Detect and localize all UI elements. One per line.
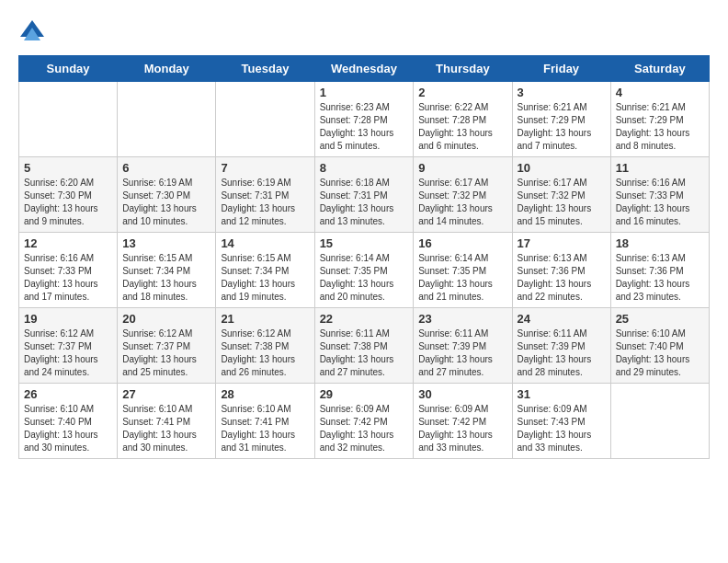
page-header xyxy=(18,18,710,46)
calendar-cell: 29Sunrise: 6:09 AMSunset: 7:42 PMDayligh… xyxy=(314,384,414,459)
calendar-cell: 7Sunrise: 6:19 AMSunset: 7:31 PMDaylight… xyxy=(216,157,314,233)
calendar-cell: 6Sunrise: 6:19 AMSunset: 7:30 PMDaylight… xyxy=(118,157,216,233)
day-info: Sunrise: 6:16 AMSunset: 7:33 PMDaylight:… xyxy=(616,177,704,228)
day-number: 12 xyxy=(24,236,112,250)
weekday-header: Sunday xyxy=(19,56,118,82)
day-number: 6 xyxy=(122,161,210,175)
calendar-cell: 18Sunrise: 6:13 AMSunset: 7:36 PMDayligh… xyxy=(610,233,709,308)
day-info: Sunrise: 6:11 AMSunset: 7:39 PMDaylight:… xyxy=(418,327,506,379)
calendar-cell: 28Sunrise: 6:10 AMSunset: 7:41 PMDayligh… xyxy=(216,384,314,459)
day-number: 1 xyxy=(320,86,409,99)
day-info: Sunrise: 6:11 AMSunset: 7:39 PMDaylight:… xyxy=(518,327,606,379)
day-info: Sunrise: 6:19 AMSunset: 7:30 PMDaylight:… xyxy=(122,177,210,228)
day-info: Sunrise: 6:19 AMSunset: 7:31 PMDaylight:… xyxy=(221,177,309,228)
day-info: Sunrise: 6:23 AMSunset: 7:28 PMDaylight:… xyxy=(320,101,409,153)
day-info: Sunrise: 6:15 AMSunset: 7:34 PMDaylight:… xyxy=(221,252,309,304)
calendar-cell: 3Sunrise: 6:21 AMSunset: 7:29 PMDaylight… xyxy=(512,82,610,157)
day-number: 29 xyxy=(320,387,409,401)
day-info: Sunrise: 6:17 AMSunset: 7:32 PMDaylight:… xyxy=(518,177,606,228)
calendar-cell: 13Sunrise: 6:15 AMSunset: 7:34 PMDayligh… xyxy=(118,233,216,308)
calendar-cell: 8Sunrise: 6:18 AMSunset: 7:31 PMDaylight… xyxy=(314,157,414,233)
calendar-cell: 30Sunrise: 6:09 AMSunset: 7:42 PMDayligh… xyxy=(414,384,512,459)
day-info: Sunrise: 6:18 AMSunset: 7:31 PMDaylight:… xyxy=(320,177,409,228)
day-number: 10 xyxy=(518,161,606,175)
day-info: Sunrise: 6:20 AMSunset: 7:30 PMDaylight:… xyxy=(24,177,112,228)
calendar-cell: 15Sunrise: 6:14 AMSunset: 7:35 PMDayligh… xyxy=(314,233,414,308)
calendar-cell: 9Sunrise: 6:17 AMSunset: 7:32 PMDaylight… xyxy=(414,157,512,233)
day-info: Sunrise: 6:13 AMSunset: 7:36 PMDaylight:… xyxy=(616,252,704,304)
logo-icon xyxy=(18,18,46,46)
calendar-cell: 25Sunrise: 6:10 AMSunset: 7:40 PMDayligh… xyxy=(610,308,709,384)
day-info: Sunrise: 6:14 AMSunset: 7:35 PMDaylight:… xyxy=(418,252,506,304)
day-info: Sunrise: 6:10 AMSunset: 7:41 PMDaylight:… xyxy=(122,403,210,454)
calendar-week: 5Sunrise: 6:20 AMSunset: 7:30 PMDaylight… xyxy=(19,157,710,233)
calendar-cell: 23Sunrise: 6:11 AMSunset: 7:39 PMDayligh… xyxy=(414,308,512,384)
day-number: 11 xyxy=(616,161,704,175)
day-number: 23 xyxy=(418,312,506,326)
day-number: 16 xyxy=(418,236,506,250)
day-info: Sunrise: 6:10 AMSunset: 7:40 PMDaylight:… xyxy=(24,403,112,454)
day-number: 15 xyxy=(320,236,409,250)
calendar-cell: 31Sunrise: 6:09 AMSunset: 7:43 PMDayligh… xyxy=(512,384,610,459)
day-number: 19 xyxy=(24,312,112,326)
weekday-header: Tuesday xyxy=(216,56,314,82)
weekday-header: Thursday xyxy=(414,56,512,82)
calendar-cell: 27Sunrise: 6:10 AMSunset: 7:41 PMDayligh… xyxy=(118,384,216,459)
calendar-cell: 5Sunrise: 6:20 AMSunset: 7:30 PMDaylight… xyxy=(19,157,118,233)
day-info: Sunrise: 6:09 AMSunset: 7:42 PMDaylight:… xyxy=(320,403,409,454)
day-info: Sunrise: 6:12 AMSunset: 7:38 PMDaylight:… xyxy=(221,327,309,379)
day-number: 14 xyxy=(221,236,309,250)
day-number: 17 xyxy=(518,236,606,250)
calendar-cell: 22Sunrise: 6:11 AMSunset: 7:38 PMDayligh… xyxy=(314,308,414,384)
day-info: Sunrise: 6:10 AMSunset: 7:40 PMDaylight:… xyxy=(616,327,704,379)
day-number: 30 xyxy=(418,387,506,401)
calendar-week: 26Sunrise: 6:10 AMSunset: 7:40 PMDayligh… xyxy=(19,384,710,459)
calendar-cell xyxy=(19,82,118,157)
day-info: Sunrise: 6:12 AMSunset: 7:37 PMDaylight:… xyxy=(24,327,112,379)
day-number: 22 xyxy=(320,312,409,326)
day-number: 9 xyxy=(418,161,506,175)
day-info: Sunrise: 6:22 AMSunset: 7:28 PMDaylight:… xyxy=(418,101,506,153)
calendar-cell: 14Sunrise: 6:15 AMSunset: 7:34 PMDayligh… xyxy=(216,233,314,308)
day-number: 8 xyxy=(320,161,409,175)
day-number: 5 xyxy=(24,161,112,175)
weekday-header: Saturday xyxy=(610,56,709,82)
weekday-header: Wednesday xyxy=(314,56,414,82)
day-number: 27 xyxy=(122,387,210,401)
day-info: Sunrise: 6:09 AMSunset: 7:43 PMDaylight:… xyxy=(518,403,606,454)
calendar-cell: 10Sunrise: 6:17 AMSunset: 7:32 PMDayligh… xyxy=(512,157,610,233)
day-number: 4 xyxy=(616,86,704,99)
day-number: 26 xyxy=(24,387,112,401)
day-number: 28 xyxy=(221,387,309,401)
calendar-cell xyxy=(216,82,314,157)
calendar-cell: 12Sunrise: 6:16 AMSunset: 7:33 PMDayligh… xyxy=(19,233,118,308)
day-info: Sunrise: 6:21 AMSunset: 7:29 PMDaylight:… xyxy=(616,101,704,153)
calendar-cell: 21Sunrise: 6:12 AMSunset: 7:38 PMDayligh… xyxy=(216,308,314,384)
day-info: Sunrise: 6:12 AMSunset: 7:37 PMDaylight:… xyxy=(122,327,210,379)
calendar-cell: 11Sunrise: 6:16 AMSunset: 7:33 PMDayligh… xyxy=(610,157,709,233)
day-info: Sunrise: 6:16 AMSunset: 7:33 PMDaylight:… xyxy=(24,252,112,304)
weekday-header: Monday xyxy=(118,56,216,82)
calendar-cell: 19Sunrise: 6:12 AMSunset: 7:37 PMDayligh… xyxy=(19,308,118,384)
day-number: 20 xyxy=(122,312,210,326)
logo xyxy=(18,18,50,46)
calendar-week: 1Sunrise: 6:23 AMSunset: 7:28 PMDaylight… xyxy=(19,82,710,157)
day-number: 31 xyxy=(518,387,606,401)
day-info: Sunrise: 6:14 AMSunset: 7:35 PMDaylight:… xyxy=(320,252,409,304)
weekday-header: Friday xyxy=(512,56,610,82)
day-info: Sunrise: 6:21 AMSunset: 7:29 PMDaylight:… xyxy=(518,101,606,153)
day-info: Sunrise: 6:09 AMSunset: 7:42 PMDaylight:… xyxy=(418,403,506,454)
calendar-cell: 16Sunrise: 6:14 AMSunset: 7:35 PMDayligh… xyxy=(414,233,512,308)
day-number: 3 xyxy=(518,86,606,99)
day-number: 18 xyxy=(616,236,704,250)
day-info: Sunrise: 6:10 AMSunset: 7:41 PMDaylight:… xyxy=(221,403,309,454)
day-info: Sunrise: 6:17 AMSunset: 7:32 PMDaylight:… xyxy=(418,177,506,228)
calendar-cell: 24Sunrise: 6:11 AMSunset: 7:39 PMDayligh… xyxy=(512,308,610,384)
calendar-week: 19Sunrise: 6:12 AMSunset: 7:37 PMDayligh… xyxy=(19,308,710,384)
calendar-cell xyxy=(610,384,709,459)
calendar-cell xyxy=(118,82,216,157)
day-number: 25 xyxy=(616,312,704,326)
calendar-cell: 4Sunrise: 6:21 AMSunset: 7:29 PMDaylight… xyxy=(610,82,709,157)
day-number: 13 xyxy=(122,236,210,250)
day-info: Sunrise: 6:15 AMSunset: 7:34 PMDaylight:… xyxy=(122,252,210,304)
